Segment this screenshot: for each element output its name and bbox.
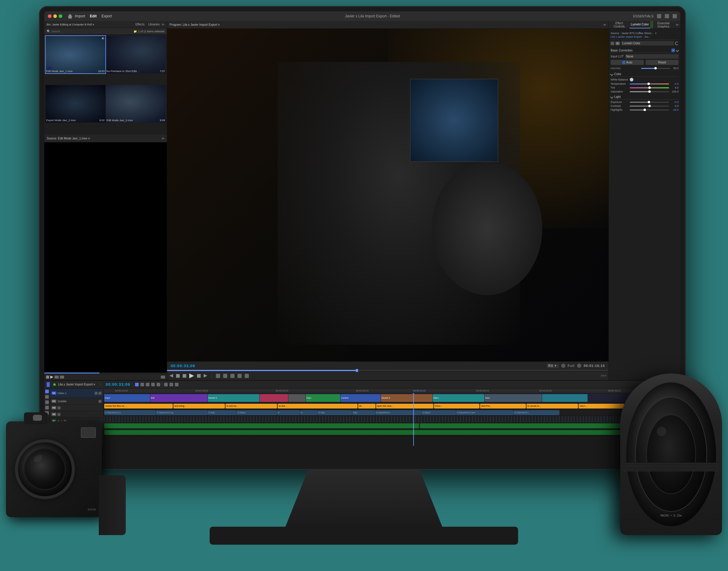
source-progress-bar[interactable] [44, 372, 167, 373]
clip-pink[interactable] [260, 394, 288, 402]
adj-3[interactable]: fx Adjust [237, 410, 277, 415]
intensity-slider[interactable] [641, 68, 670, 69]
auto-button[interactable]: 🌀 Auto [611, 60, 644, 65]
adj-9[interactable]: fx Adjust [421, 410, 456, 415]
slip-icon[interactable] [146, 383, 150, 386]
intensity-thumb[interactable] [654, 67, 657, 70]
forward-to-end-icon[interactable] [204, 374, 207, 378]
audio-a2-0[interactable] [104, 430, 648, 435]
saturation-thumb[interactable] [648, 90, 651, 93]
subtitle-3[interactable]: so the... [278, 404, 358, 409]
exposure-thumb[interactable] [648, 101, 650, 103]
clip-impor[interactable]: Impor [104, 394, 150, 402]
audio-a1-0[interactable] [104, 424, 419, 428]
subtitle-8[interactable]: to social m... [527, 404, 578, 409]
adj-11[interactable]: fx Adjustment L [514, 410, 559, 415]
timeline-progress[interactable] [167, 370, 609, 371]
subtitle-5[interactable]: open the new... [376, 404, 433, 409]
clip-hide[interactable]: Save [484, 394, 542, 402]
snap-icon[interactable] [170, 383, 173, 386]
razor-icon[interactable] [141, 383, 144, 386]
lift-btn[interactable] [230, 374, 235, 378]
light-chevron[interactable] [610, 95, 613, 99]
menu-export[interactable]: Export [101, 14, 112, 18]
adj-8[interactable]: fx Adjustment L [375, 410, 421, 415]
tab-effect-controls[interactable]: Effect Controls [609, 21, 630, 28]
temperature-thumb[interactable] [647, 83, 650, 85]
adj-5[interactable]: fx [300, 410, 317, 415]
color-chevron[interactable] [610, 73, 613, 76]
lut-select[interactable]: None [625, 54, 678, 59]
highlights-thumb[interactable] [644, 109, 646, 111]
rewind-to-start-icon[interactable] [170, 374, 173, 378]
refresh-icon[interactable] [675, 41, 678, 45]
hand-icon[interactable] [157, 383, 160, 386]
adj-7[interactable]: Adju [352, 410, 375, 415]
track-select-icon[interactable] [135, 383, 139, 386]
highlights-slider[interactable] [630, 110, 669, 110]
media-item-0[interactable]: ► Edit Mode Javi_1.mov 16:03 [46, 36, 105, 73]
step-back-icon[interactable] [176, 374, 180, 378]
adj-1[interactable]: fx Adjustment Lay [156, 410, 207, 415]
clip-edit[interactable]: Edit [150, 394, 207, 402]
contrast-thumb[interactable] [648, 105, 651, 107]
subtitle-7[interactable]: And Pre... [480, 404, 526, 409]
out-point-icon[interactable] [60, 375, 64, 378]
adj-4[interactable]: fx [277, 410, 300, 415]
current-timecode[interactable]: 00:00:33;09 [171, 364, 195, 368]
fit-dropdown[interactable]: Fit ▼ [547, 364, 558, 368]
adj-6[interactable]: fx Adju [318, 410, 352, 415]
close-button[interactable] [48, 14, 52, 18]
collapse-icon[interactable] [675, 48, 679, 52]
play-icon[interactable] [189, 373, 194, 378]
right-panel-menu[interactable]: ≫ [674, 23, 680, 26]
clip-expo[interactable]: Content [341, 394, 381, 402]
clip-nested2[interactable]: Hide L [433, 394, 484, 402]
subtitle-4[interactable]: W... [358, 404, 375, 409]
adj-10[interactable]: fx Adjustment Layer [456, 410, 513, 415]
clip-content[interactable]: Nested S [381, 394, 433, 402]
pen-icon[interactable] [151, 383, 155, 386]
saturation-slider[interactable] [630, 91, 669, 92]
tab-lumetri[interactable]: Lumetri Color [630, 21, 650, 28]
maximize-button[interactable] [59, 14, 62, 18]
eye-icon[interactable] [98, 392, 101, 395]
extract-btn[interactable] [238, 374, 242, 378]
effect-name-select[interactable]: Lumetri Color [621, 41, 674, 45]
play-back-icon[interactable] [183, 374, 186, 378]
enable-checkbox[interactable]: ✓ [671, 48, 675, 52]
adj-2[interactable]: fx Adju [208, 410, 237, 415]
media-item-3[interactable]: Edit Mode Javi_0.mov 9:09 [106, 85, 166, 122]
expand-icon[interactable] [672, 14, 677, 18]
subtitle-2[interactable]: A new he... [225, 404, 277, 409]
subtitle-1[interactable]: and bring - [173, 404, 225, 409]
arrow-tool[interactable] [45, 390, 49, 393]
clip-ci3[interactable]: Expo [306, 394, 340, 402]
play-button[interactable] [50, 375, 53, 378]
clip-save[interactable] [542, 394, 588, 402]
in-point-btn[interactable] [216, 374, 220, 378]
share-icon[interactable] [665, 14, 669, 18]
export-frame-btn[interactable] [245, 374, 249, 378]
out-point-btn[interactable] [223, 374, 227, 378]
dropdown-arrow[interactable]: ▼ [655, 32, 657, 35]
ripple-tool[interactable] [45, 395, 49, 398]
stop-button[interactable] [46, 375, 49, 378]
menu-edit[interactable]: Edit [90, 14, 97, 18]
exposure-slider[interactable] [630, 102, 669, 103]
source-panel-menu[interactable]: ≫ [161, 137, 164, 140]
subtitle-6[interactable]: Choo... [434, 404, 480, 409]
workspace-icon[interactable] [657, 14, 661, 18]
libraries-tab[interactable]: Libraries [147, 23, 161, 26]
timeline-ruler[interactable]: 00:00:14;23 00:00:19;23 00:00:24;23 00:0… [104, 388, 677, 393]
tint-thumb[interactable] [648, 87, 651, 89]
lock-icon[interactable] [95, 392, 98, 395]
more-controls[interactable]: >>> [601, 374, 606, 377]
program-menu[interactable]: ≫ [603, 23, 606, 26]
home-icon[interactable] [68, 14, 73, 19]
clip-nested1[interactable]: Nested S [208, 394, 259, 402]
reset-effect-icon[interactable] [611, 41, 614, 45]
tint-slider[interactable] [630, 87, 669, 88]
c1-eye-icon[interactable] [98, 400, 101, 403]
search-input[interactable] [52, 30, 133, 33]
